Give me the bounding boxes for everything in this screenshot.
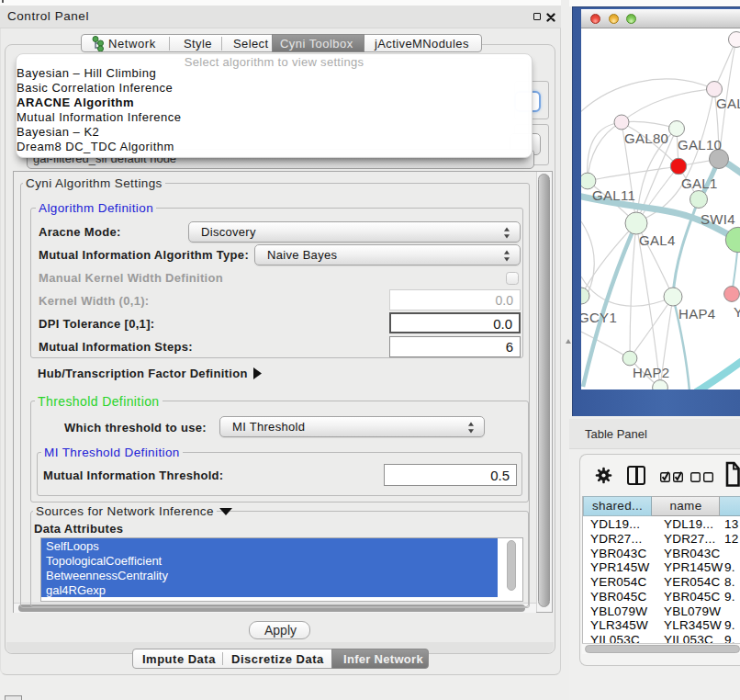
svg-text:GAL10: GAL10 (678, 137, 722, 152)
svg-text:GAL11: GAL11 (592, 187, 635, 203)
svg-text:Y: Y (734, 304, 740, 320)
svg-text:GAL: GAL (716, 96, 740, 111)
svg-text:GAL4: GAL4 (639, 232, 676, 248)
svg-text:GAL1: GAL1 (681, 175, 718, 191)
svg-text:GCY1: GCY1 (581, 310, 617, 325)
svg-text:HAP4: HAP4 (678, 306, 715, 322)
svg-text:GAL80: GAL80 (624, 130, 668, 146)
svg-text:HAP2: HAP2 (633, 365, 669, 380)
svg-text:SWI4: SWI4 (701, 211, 735, 227)
